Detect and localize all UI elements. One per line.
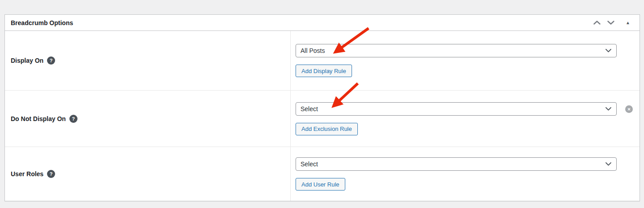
display-on-field-cell: All Posts Add Display Rule <box>290 31 640 90</box>
panel-header-controls: ▲ <box>592 18 632 27</box>
display-on-label-cell: Display On ? <box>5 31 290 90</box>
chevron-down-icon <box>605 107 611 111</box>
help-icon[interactable]: ? <box>69 115 77 123</box>
display-on-select-value: All Posts <box>301 47 325 54</box>
do-not-display-on-label: Do Not Display On <box>11 115 66 122</box>
row-do-not-display-on: Do Not Display On ? Select Add Exclusion… <box>5 90 640 147</box>
do-not-display-on-field-cell: Select Add Exclusion Rule <box>290 91 640 147</box>
display-on-label: Display On <box>11 57 43 64</box>
chevron-down-icon <box>605 162 611 166</box>
row-user-roles: User Roles ? Select Add User Rule <box>5 147 640 201</box>
chevron-down-icon <box>605 49 611 52</box>
do-not-display-on-select-value: Select <box>301 105 318 113</box>
panel-title: Breadcrumb Options <box>11 19 73 26</box>
do-not-display-on-select[interactable]: Select <box>296 102 617 116</box>
row-display-on: Display On ? All Posts Add Display Rule <box>5 31 640 90</box>
display-on-select[interactable]: All Posts <box>296 44 617 57</box>
user-roles-field-cell: Select Add User Rule <box>290 147 640 201</box>
panel-header: Breadcrumb Options ▲ <box>5 15 640 31</box>
do-not-display-on-label-cell: Do Not Display On ? <box>5 91 290 147</box>
chevron-up-icon <box>593 21 601 25</box>
add-user-rule-button[interactable]: Add User Rule <box>296 178 345 191</box>
user-roles-label-cell: User Roles ? <box>5 147 290 201</box>
help-icon[interactable]: ? <box>47 56 55 65</box>
user-roles-select-value: Select <box>301 160 318 168</box>
help-icon[interactable]: ? <box>47 170 55 178</box>
user-roles-select[interactable]: Select <box>296 157 617 171</box>
add-exclusion-rule-button[interactable]: Add Exclusion Rule <box>296 123 358 135</box>
move-up-button[interactable] <box>592 18 601 27</box>
toggle-panel-button[interactable]: ▲ <box>623 18 632 27</box>
chevron-down-icon <box>607 21 614 25</box>
remove-icon[interactable]: ✕ <box>625 105 633 113</box>
breadcrumb-options-panel: Breadcrumb Options ▲ Display On ? All Po… <box>4 14 640 201</box>
add-display-rule-button[interactable]: Add Display Rule <box>296 65 352 77</box>
move-down-button[interactable] <box>606 18 615 27</box>
user-roles-label: User Roles <box>11 170 43 178</box>
